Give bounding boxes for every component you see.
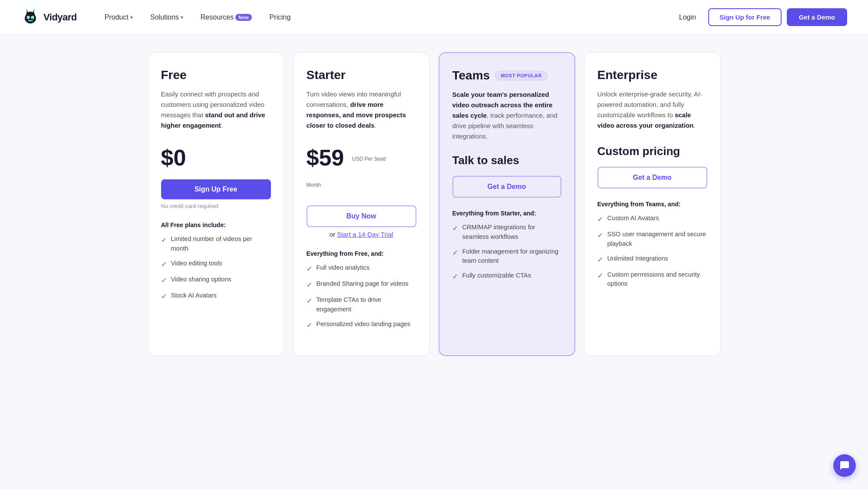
check-icon: ✓ — [161, 275, 167, 286]
starter-feature-list: ✓ Full video analytics ✓ Branded Sharing… — [307, 263, 416, 330]
check-icon: ✓ — [307, 280, 312, 290]
plan-starter-description: Turn video views into meaningful convers… — [307, 89, 416, 132]
svg-point-10 — [33, 10, 35, 11]
check-icon: ✓ — [452, 248, 458, 258]
list-item: ✓ Folder management for organizing team … — [452, 247, 561, 266]
list-item: ✓ Limited number of videos per month — [161, 235, 271, 254]
trial-link-container: or Start a 14-Day Trial — [307, 231, 416, 238]
chevron-down-icon: ▾ — [130, 14, 133, 20]
free-feature-list: ✓ Limited number of videos per month ✓ V… — [161, 235, 271, 302]
check-icon: ✓ — [307, 296, 312, 306]
vidyard-logo-icon — [21, 8, 40, 27]
nav-signup-button[interactable]: Sign Up for Free — [708, 8, 782, 26]
no-cc-label: No credit card required — [161, 203, 271, 209]
check-icon: ✓ — [452, 223, 458, 234]
list-item: ✓ Video sharing options — [161, 275, 271, 286]
plan-starter: Starter Turn video views into meaningful… — [293, 52, 430, 356]
plan-teams-description: Scale your team's personalized video out… — [452, 89, 561, 142]
plan-enterprise-description: Unlock enterprise-grade security, AI-pow… — [597, 89, 707, 132]
starter-buy-button[interactable]: Buy Now — [307, 205, 416, 227]
plan-free-description: Easily connect with prospects and custom… — [161, 89, 271, 132]
plan-enterprise-title: Enterprise — [597, 68, 707, 82]
list-item: ✓ Video editing tools — [161, 259, 271, 270]
plan-free: Free Easily connect with prospects and c… — [148, 52, 284, 356]
free-features-title: All Free plans include: — [161, 221, 271, 228]
logo-text: Vidyard — [43, 12, 77, 23]
free-signup-button[interactable]: Sign Up Free — [161, 179, 271, 199]
plan-teams-title: Teams MOST POPULAR — [452, 69, 561, 83]
plan-free-price: $0 — [161, 145, 271, 171]
check-icon: ✓ — [597, 230, 603, 241]
enterprise-demo-button[interactable]: Get a Demo — [597, 167, 707, 188]
check-icon: ✓ — [597, 254, 603, 265]
teams-demo-button[interactable]: Get a Demo — [452, 176, 561, 198]
enterprise-feature-list: ✓ Custom AI Avatars ✓ SSO user managemen… — [597, 214, 707, 289]
chevron-down-icon: ▾ — [181, 14, 183, 20]
svg-point-5 — [32, 17, 33, 18]
svg-point-4 — [27, 17, 29, 18]
nav-pricing[interactable]: Pricing — [262, 10, 297, 25]
list-item: ✓ Fully customizable CTAs — [452, 271, 561, 282]
nav-solutions[interactable]: Solutions ▾ — [143, 10, 190, 25]
plan-enterprise: Enterprise Unlock enterprise-grade secur… — [584, 52, 721, 356]
check-icon: ✓ — [307, 320, 312, 330]
list-item: ✓ CRM/MAP integrations for seamless work… — [452, 223, 561, 242]
list-item: ✓ Template CTAs to drive engagement — [307, 295, 416, 314]
trial-link[interactable]: Start a 14-Day Trial — [337, 231, 393, 238]
svg-rect-6 — [28, 20, 33, 21]
pricing-page: Free Easily connect with prospects and c… — [130, 35, 738, 382]
list-item: ✓ Branded Sharing page for videos — [307, 279, 416, 290]
list-item: ✓ Unlimited Integrations — [597, 254, 707, 265]
svg-point-11 — [26, 12, 35, 16]
plan-teams: Teams MOST POPULAR Scale your team's per… — [439, 52, 575, 356]
enterprise-features-title: Everything from Teams, and: — [597, 201, 707, 208]
navbar: Vidyard Product ▾ Solutions ▾ Resources … — [0, 0, 868, 35]
nav-actions: Login Sign Up for Free Get a Demo — [672, 8, 847, 26]
check-icon: ✓ — [597, 271, 603, 281]
check-icon: ✓ — [161, 291, 167, 302]
nav-product[interactable]: Product ▾ — [98, 10, 140, 25]
check-icon: ✓ — [452, 271, 458, 282]
list-item: ✓ Stock AI Avatars — [161, 291, 271, 302]
plan-starter-price: $59 USD Per Seat/Month — [307, 145, 416, 197]
login-button[interactable]: Login — [672, 10, 703, 25]
plans-grid: Free Easily connect with prospects and c… — [148, 52, 721, 356]
list-item: ✓ Custom AI Avatars — [597, 214, 707, 225]
list-item: ✓ SSO user management and secure playbac… — [597, 230, 707, 249]
most-popular-badge: MOST POPULAR — [495, 71, 548, 80]
svg-point-8 — [26, 10, 28, 11]
check-icon: ✓ — [307, 264, 312, 274]
teams-features-title: Everything from Starter, and: — [452, 210, 561, 217]
teams-price-label: Talk to sales — [452, 154, 561, 167]
list-item: ✓ Full video analytics — [307, 263, 416, 274]
check-icon: ✓ — [161, 259, 167, 270]
plan-free-title: Free — [161, 68, 271, 82]
new-badge: New — [235, 14, 252, 21]
starter-features-title: Everything from Free, and: — [307, 250, 416, 257]
list-item: ✓ Personalized video landing pages — [307, 320, 416, 330]
list-item: ✓ Custom permissions and security option… — [597, 270, 707, 289]
nav-resources[interactable]: Resources New — [194, 10, 259, 25]
nav-demo-button[interactable]: Get a Demo — [787, 8, 847, 26]
nav-links: Product ▾ Solutions ▾ Resources New Pric… — [98, 10, 672, 25]
teams-feature-list: ✓ CRM/MAP integrations for seamless work… — [452, 223, 561, 282]
logo[interactable]: Vidyard — [21, 8, 77, 27]
check-icon: ✓ — [597, 214, 603, 225]
plan-starter-title: Starter — [307, 68, 416, 82]
enterprise-price-label: Custom pricing — [597, 145, 707, 158]
check-icon: ✓ — [161, 235, 167, 245]
